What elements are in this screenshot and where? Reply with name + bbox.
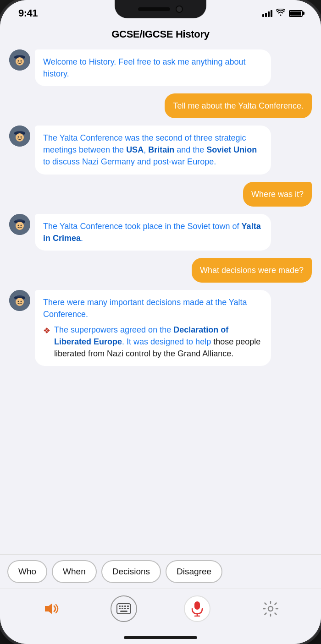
avatar [9,126,30,147]
svg-point-4 [18,60,19,62]
svg-rect-27 [122,606,123,607]
phone-screen: 9:41 [0,0,321,644]
svg-point-11 [21,136,22,138]
user-bubble-1: Tell me about the Yalta Conference. [165,93,312,118]
microphone-button[interactable] [184,595,210,622]
avatar [9,290,30,311]
bot-text-3: The Yalta Conference took place in the S… [43,222,261,243]
home-bar [124,636,197,639]
message-row: There were many important decisions made… [9,290,312,366]
svg-marker-24 [45,603,52,614]
bottom-toolbar [0,589,321,631]
avatar [9,214,30,235]
chip-disagree[interactable]: Disagree [166,560,222,583]
message-row: Welcome to History. Feel free to ask me … [9,49,312,86]
bot-text-1: Welcome to History. Feel free to ask me … [43,57,246,78]
chat-area[interactable]: Welcome to History. Feel free to ask me … [0,45,321,554]
svg-point-10 [18,136,19,138]
svg-point-38 [268,606,273,611]
status-time: 9:41 [18,7,38,19]
app-header: GCSE/IGCSE History [0,23,321,45]
chip-when[interactable]: When [52,560,97,583]
app-title: GCSE/IGCSE History [9,28,312,40]
bot-text-2: The Yalta Conference was the second of t… [43,133,257,166]
notch [115,0,206,18]
avatar [9,49,30,71]
chips-row: Who When Decisions Disagree [0,554,321,589]
svg-point-22 [18,300,19,302]
home-indicator [0,631,321,644]
keyboard-button[interactable] [111,595,137,622]
bot-bubble-3: The Yalta Conference took place in the S… [35,214,271,251]
battery-icon [289,10,303,17]
svg-rect-34 [120,611,127,612]
svg-rect-31 [122,608,123,609]
bullet-intro: The superpowers agreed on the Declaratio… [54,325,228,346]
bot-bubble-1: Welcome to History. Feel free to ask me … [35,49,271,86]
settings-button[interactable] [257,595,284,622]
signal-bars-icon [262,10,272,17]
svg-rect-28 [124,606,126,607]
bullet-item: ❖ The superpowers agreed on the Declarat… [43,324,263,360]
message-row: The Yalta Conference was the second of t… [9,126,312,174]
svg-point-23 [21,300,22,302]
svg-rect-30 [119,608,121,609]
chip-decisions[interactable]: Decisions [101,560,161,583]
user-text-2: Where was it? [251,190,304,199]
bot-bubble-4: There were many important decisions made… [35,290,271,366]
svg-rect-35 [194,601,200,610]
bullet-diamond-icon: ❖ [43,325,50,360]
message-row: Tell me about the Yalta Conference. [9,93,312,118]
svg-rect-32 [124,608,126,609]
user-bubble-3: What decisions were made? [192,258,312,283]
user-bubble-2: Where was it? [243,182,312,207]
bot-text-4: There were many important decisions made… [43,298,247,319]
notch-camera [176,5,183,13]
wifi-icon [276,9,285,18]
svg-rect-33 [127,608,129,609]
status-icons [262,9,303,18]
speaker-button[interactable] [37,595,64,622]
bot-bubble-2: The Yalta Conference was the second of t… [35,126,271,174]
svg-point-9 [16,133,24,142]
svg-rect-26 [119,606,121,607]
svg-rect-29 [127,606,129,607]
user-text-3: What decisions were made? [200,266,304,275]
svg-point-3 [16,57,24,65]
phone-frame: 9:41 [0,0,321,644]
svg-point-17 [21,224,22,226]
svg-point-15 [16,222,24,230]
message-row: The Yalta Conference took place in the S… [9,214,312,251]
svg-point-16 [18,224,19,226]
chip-who[interactable]: Who [7,560,47,583]
svg-point-21 [16,298,24,306]
user-text-1: Tell me about the Yalta Conference. [173,101,304,110]
message-row: What decisions were made? [9,258,312,283]
bullet-text: The superpowers agreed on the Declaratio… [54,324,263,360]
notch-speaker [138,7,170,11]
svg-point-5 [21,60,22,62]
message-row: Where was it? [9,182,312,207]
